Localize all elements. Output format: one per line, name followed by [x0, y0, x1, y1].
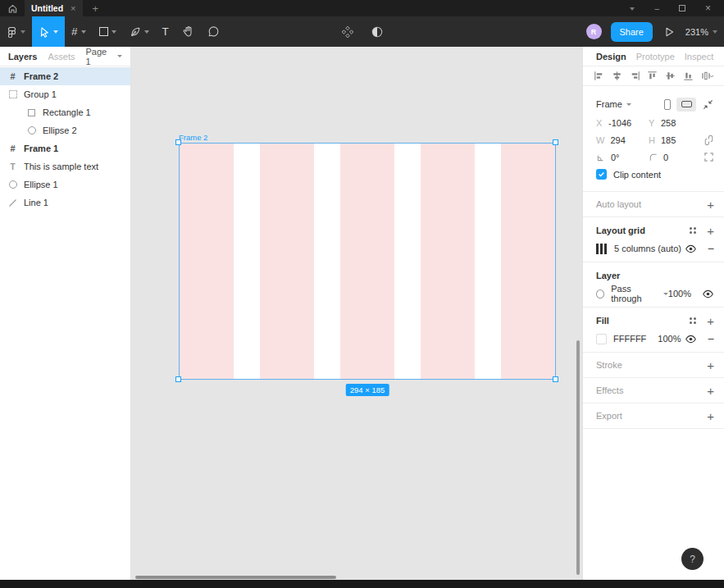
grid-visibility-eye-icon[interactable]: [685, 243, 697, 255]
canvas-horizontal-scrollbar[interactable]: [135, 576, 336, 579]
frame-label[interactable]: Frame 2: [179, 133, 207, 142]
constrain-proportions-icon[interactable]: [704, 134, 714, 146]
tab-bar: Untitled × + – ×: [0, 0, 724, 16]
window-menu-chevron-icon[interactable]: [630, 7, 635, 11]
selection-handle-top-right[interactable]: [553, 139, 558, 145]
layer-row-rectangle-1[interactable]: Rectangle 1: [0, 103, 130, 121]
main-menu-button[interactable]: [0, 16, 32, 47]
ellipse-icon: [26, 125, 37, 136]
portrait-orientation-icon[interactable]: [664, 99, 671, 110]
selection-handle-top-left[interactable]: [175, 139, 181, 145]
frame-tool-button[interactable]: #: [65, 16, 93, 47]
share-button[interactable]: Share: [611, 22, 653, 42]
fill-styles-icon[interactable]: [690, 317, 696, 324]
align-top-button[interactable]: [646, 70, 658, 82]
layer-row-ellipse-2[interactable]: Ellipse 2: [0, 121, 130, 139]
tab-inspect[interactable]: Inspect: [685, 52, 713, 62]
hand-tool-button[interactable]: [175, 16, 201, 47]
height-input[interactable]: 185: [661, 135, 676, 145]
move-tool-button[interactable]: [32, 16, 65, 47]
rotation-input[interactable]: 0°: [611, 153, 620, 162]
avatar[interactable]: R: [586, 24, 602, 39]
help-button[interactable]: ?: [681, 548, 704, 570]
add-auto-layout-button[interactable]: +: [707, 198, 714, 211]
auto-layout-section: Auto layout +: [583, 192, 724, 217]
remove-fill-button[interactable]: −: [708, 333, 714, 344]
add-stroke-button[interactable]: +: [707, 359, 714, 371]
window-minimize-button[interactable]: –: [654, 4, 659, 13]
layer-row-sample-text[interactable]: T This is sample text: [0, 157, 130, 175]
layout-grid-item-label[interactable]: 5 columns (auto): [614, 244, 681, 253]
canvas[interactable]: Frame 2 294 × 185: [131, 47, 582, 580]
layer-row-frame-2[interactable]: # Frame 2: [0, 67, 130, 85]
layer-row-line-1[interactable]: Line 1: [0, 194, 130, 212]
window-maximize-button[interactable]: [679, 5, 685, 11]
zoom-level-dropdown[interactable]: 231%: [685, 27, 717, 37]
comment-tool-button[interactable]: [201, 16, 226, 47]
selected-frame[interactable]: [179, 143, 556, 380]
landscape-orientation-button[interactable]: [676, 98, 696, 112]
layer-visibility-eye-icon[interactable]: [702, 288, 714, 300]
layout-grid-section: Layout grid + 5 columns (auto) −: [583, 217, 724, 262]
shape-tool-button[interactable]: [93, 16, 123, 47]
add-export-button[interactable]: +: [707, 410, 714, 422]
canvas-vertical-scrollbar[interactable]: [576, 340, 580, 575]
layer-row-group-1[interactable]: Group 1: [0, 85, 130, 103]
frame-properties-section: Frame X-1046 Y258 W294 H185: [583, 86, 724, 192]
tab-prototype[interactable]: Prototype: [636, 52, 675, 62]
file-tab[interactable]: Untitled ×: [25, 0, 83, 16]
align-left-button[interactable]: [593, 70, 605, 82]
export-section: Export +: [583, 403, 724, 429]
add-effect-button[interactable]: +: [707, 385, 714, 397]
pen-tool-chevron-icon: [144, 30, 149, 34]
present-button[interactable]: [662, 16, 676, 47]
add-fill-button[interactable]: +: [707, 315, 714, 327]
frame-tool-icon: #: [71, 25, 78, 38]
distribute-button[interactable]: [700, 70, 714, 82]
tab-close-icon[interactable]: ×: [71, 4, 75, 13]
text-tool-button[interactable]: T: [156, 16, 175, 47]
grid-styles-icon[interactable]: [690, 227, 696, 234]
layout-grid-column: [340, 144, 394, 379]
window-bottom-edge: [0, 580, 724, 588]
remove-layout-grid-button[interactable]: −: [708, 243, 714, 254]
fill-visibility-eye-icon[interactable]: [685, 333, 697, 345]
blend-mode-dropdown[interactable]: Pass through: [611, 284, 668, 303]
fill-color-swatch[interactable]: [596, 334, 607, 344]
tab-layers[interactable]: Layers: [8, 52, 37, 62]
selection-handle-bottom-right[interactable]: [553, 376, 558, 382]
width-input[interactable]: 294: [610, 135, 625, 145]
text-tool-icon: T: [162, 25, 169, 38]
layer-opacity-input[interactable]: 100%: [668, 289, 691, 299]
columns-grid-icon[interactable]: [596, 244, 607, 254]
use-as-mask-button[interactable]: [364, 16, 390, 47]
fill-opacity-input[interactable]: 100%: [658, 334, 681, 344]
fill-hex-input[interactable]: FFFFFF: [613, 334, 646, 344]
align-right-button[interactable]: [629, 70, 641, 82]
selection-handle-bottom-left[interactable]: [175, 376, 181, 382]
stroke-section: Stroke +: [583, 353, 724, 378]
page-selector[interactable]: Page 1: [86, 47, 123, 66]
align-horizontal-center-button[interactable]: [611, 70, 623, 82]
layers-panel-header: Layers Assets Page 1: [0, 47, 130, 66]
pen-tool-button[interactable]: [123, 16, 156, 47]
create-component-button[interactable]: [335, 16, 361, 47]
selection-actions: [335, 16, 390, 47]
layer-row-frame-1[interactable]: # Frame 1: [0, 139, 130, 157]
tab-design[interactable]: Design: [596, 52, 626, 62]
layer-row-ellipse-1[interactable]: Ellipse 1: [0, 175, 130, 194]
independent-corners-icon[interactable]: [704, 152, 714, 162]
tab-assets[interactable]: Assets: [48, 52, 75, 62]
window-close-button[interactable]: ×: [705, 2, 711, 14]
clip-content-checkbox[interactable]: [596, 169, 607, 180]
y-input[interactable]: 258: [661, 118, 676, 128]
add-layout-grid-button[interactable]: +: [707, 225, 714, 237]
align-vertical-center-button[interactable]: [664, 70, 676, 82]
resize-to-fit-icon[interactable]: [702, 98, 714, 111]
align-bottom-button[interactable]: [682, 70, 694, 82]
corner-radius-input[interactable]: 0: [663, 153, 668, 162]
home-button[interactable]: [0, 0, 25, 16]
x-input[interactable]: -1046: [608, 118, 631, 128]
new-tab-button[interactable]: +: [93, 2, 99, 15]
frame-type-dropdown[interactable]: Frame: [596, 99, 631, 109]
